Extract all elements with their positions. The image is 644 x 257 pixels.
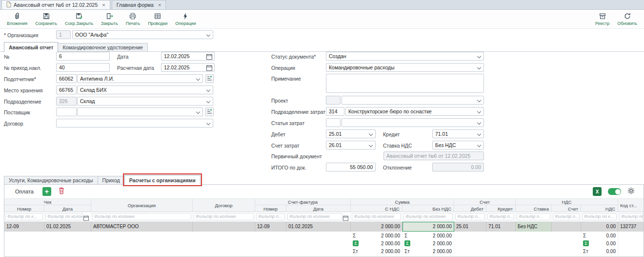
chevron-down-icon[interactable] [206,99,210,103]
chevron-down-icon[interactable] [206,33,210,37]
column-header-sum-with-vat[interactable]: С НДС [351,205,402,212]
close-tab-icon[interactable]: × [158,2,161,8]
chevron-down-icon[interactable] [196,110,200,114]
note-textarea[interactable] [326,74,484,93]
cell-vat-account[interactable] [552,222,581,232]
cell-credit[interactable]: 71.01 [486,222,516,232]
chevron-down-icon[interactable] [206,88,210,92]
close-button[interactable]: Закрыть [97,10,122,28]
column-header-sum-without-vat[interactable]: Без НДС [402,205,454,212]
filter-input-sum-without-vat[interactable]: Фильтр по колонке [403,213,453,220]
print-button[interactable]: Печать [122,10,144,28]
filter-input-check-number[interactable]: Фильтр по к... [5,213,43,220]
chevron-down-icon[interactable] [477,109,481,113]
cell-organization[interactable]: АВТОМАСТЕР ООО [91,222,193,232]
tab-travel-certificate[interactable]: Командировочное удостоверение [58,43,148,52]
column-header-vat-account[interactable]: Счет [552,205,581,212]
column-header-debit[interactable]: Дебет [454,205,486,212]
project-select[interactable] [342,96,484,105]
chevron-down-icon[interactable] [477,132,481,136]
cell-debit[interactable]: 25.01 [454,222,486,232]
cost-department-code-input[interactable]: 314 [326,107,344,116]
tab-services-expenses[interactable]: Услуги, Командировочные расходы [4,176,98,185]
chevron-down-icon[interactable] [206,121,210,125]
cell-invoice-number[interactable]: 12-09 [255,222,286,232]
column-header-vat-rate[interactable]: Ставка [516,205,552,212]
grid-row-selected[interactable]: 12-09 01.02.2025 АВТОМАСТЕР ООО 12-09 01… [4,222,644,232]
cell-code[interactable]: 132737 [618,222,644,232]
save-close-button[interactable]: Сохр.Закрыть [61,10,97,28]
window-tab-document[interactable]: Авансовый отчет №6 от 12.02.2025 × [1,0,110,9]
close-tab-icon[interactable]: × [102,2,105,8]
calendar-icon[interactable] [83,214,89,223]
total-input[interactable]: 55 050.00 [326,163,376,171]
cell-vat[interactable]: 0.00 [581,222,618,232]
chevron-down-icon[interactable] [196,77,200,81]
column-header-invoice-number[interactable]: Номер [255,205,286,212]
supplier-select[interactable] [77,107,203,116]
supplier-lookup-button[interactable] [205,107,214,116]
refresh-button[interactable]: Обновить [613,10,641,28]
accountable-person-select[interactable]: Антипина Л.И. [77,74,203,83]
tab-advance-report[interactable]: Авансовый отчет [4,42,58,52]
excel-export-button[interactable]: X [593,187,602,196]
department-select[interactable]: Склад [77,97,213,106]
contract-select[interactable] [56,119,213,128]
accountable-person-code-input[interactable]: 66062 [56,74,77,83]
filter-toggle[interactable] [608,188,621,195]
column-header-vat[interactable]: НДС [581,205,618,212]
filter-input-vat-rate[interactable]: Фильтр п... [517,213,550,220]
filter-input-contract[interactable]: Фильтр по колонке [194,213,254,220]
cost-item-select[interactable] [342,118,484,127]
registry-button[interactable]: Реестр [591,10,613,28]
chevron-down-icon[interactable] [477,143,481,147]
cell-sum-with-vat[interactable]: 2 000.00 [351,222,402,232]
debit-select[interactable]: 25.01 [326,129,376,138]
calendar-icon[interactable] [206,54,212,61]
filter-input-debit[interactable]: Фильтр п... [455,213,485,220]
column-header-credit[interactable]: Кредит [486,205,516,212]
column-header-check-number[interactable]: Номер [4,205,44,212]
organization-select[interactable]: ООО "Альфа" [72,30,213,39]
department-code-input[interactable]: 326 [56,97,77,106]
calendar-icon[interactable] [206,65,212,72]
filter-input-organization[interactable]: Фильтр по колонке [92,213,191,220]
chevron-down-icon[interactable] [477,54,481,58]
calc-date-input[interactable]: 12.02.2025 [161,63,215,72]
filter-input-credit[interactable]: Фильтр п... [487,213,514,220]
chevron-down-icon[interactable] [369,143,373,147]
chevron-down-icon[interactable] [477,65,481,69]
filter-input-code[interactable]: Фильтр по [619,213,643,220]
filter-input-invoice-date[interactable]: Фильтр по колонке [287,213,342,220]
add-row-button[interactable]: + [42,187,51,196]
vat-rate-select[interactable]: Без НДС [432,141,484,150]
cost-account-select[interactable]: 26.01 [326,141,376,150]
column-header-code[interactable]: Код ст... [618,199,644,212]
project-code-input[interactable] [326,96,341,105]
tab-settlements[interactable]: Расчеты с организациями [124,175,201,185]
operation-select[interactable]: Командировочные расходы [326,63,484,72]
cell-sum-without-vat-focused[interactable]: 2 000.00 [402,222,454,232]
organization-code-input[interactable]: 1 [56,30,71,39]
cost-item-code-input[interactable] [326,118,341,127]
date-input[interactable]: 12.02.2025 [161,52,215,61]
chevron-down-icon[interactable] [477,98,481,102]
attachments-button[interactable]: Вложения [3,10,31,28]
supplier-code-input[interactable] [56,107,77,116]
column-header-contract[interactable]: Договор [193,199,255,212]
postings-button[interactable]: Проводки [144,10,171,28]
cell-check-date[interactable]: 01.02.2025 [44,222,91,232]
tab-income[interactable]: Приход [98,176,125,185]
chevron-down-icon[interactable] [369,132,373,136]
cell-vat-rate[interactable]: Без НДС [516,222,552,232]
incoming-invoice-input[interactable]: 40 [56,63,110,72]
filter-input-vat-account[interactable]: Фильтр п... [553,213,580,220]
filter-input-check-date[interactable]: Фильтр по колон... [45,213,83,220]
cell-check-number[interactable]: 12-09 [4,222,44,232]
cell-invoice-date[interactable]: 01.02.2025 [286,222,351,232]
credit-select[interactable]: 71.01 [432,129,484,138]
operations-button[interactable]: Операции [171,10,200,28]
window-tab-main[interactable]: Главная форма × [112,0,166,9]
save-button[interactable]: Сохранить [31,10,61,28]
column-header-organization[interactable]: Организация [91,199,193,212]
